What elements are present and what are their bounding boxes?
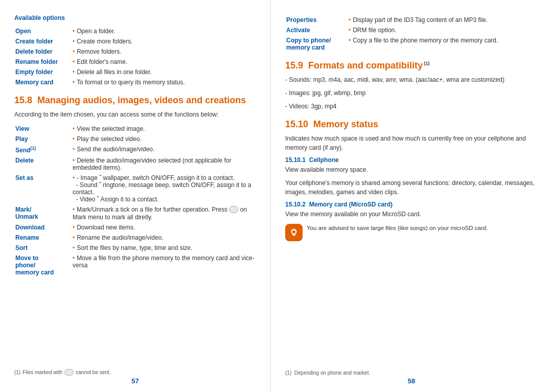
option-label: Copy to phone/memory card [286,36,348,52]
option-desc: •Send the audio/image/video. [73,145,255,155]
chapter-name: Formats and compatibility [308,60,423,71]
sub1-title: Cellphone [309,156,339,164]
table-row: Send(1) •Send the audio/image/video. [15,145,255,155]
table-row: Sort •Sort the files by name, type, time… [15,243,255,252]
option-label: Download [15,223,72,232]
table-row: Delete folder •Remove folders. [15,47,255,56]
footnote-text-after: cannot be sent. [76,370,110,375]
option-label: Move tophone/memory card [15,253,72,277]
sup-1: (1) [30,146,36,151]
table-row: Delete •Delete the audio/image/video sel… [15,156,255,172]
table-row: Create folder •Create more folders. [15,37,255,46]
option-label: Delete [15,156,72,172]
available-options-heading: Available options [14,14,256,21]
option-desc: •Display part of the ID3 Tag content of … [349,15,537,25]
memory-intro: Indicates how much space is used and how… [285,134,538,152]
option-label: Rename [15,233,72,242]
chapter-158-title: 15.8 Managing audios, images, videos and… [14,95,256,106]
table-row: Mark/Unmark •Mark/Unmark a tick on a fil… [15,205,255,222]
right-top-options-table: Properties •Display part of the ID3 Tag … [285,14,538,53]
mark-unmark-icon [229,206,238,213]
option-desc: •Open a folder. [73,27,255,36]
formats-videos: - Videos: 3gp, mp4 [285,102,538,111]
option-desc: •Download new items. [73,223,255,232]
option-desc: •Create more folders. [73,37,255,46]
right-footnote-sup: (1) [285,370,291,376]
option-label: Set as [15,173,72,204]
option-desc: •Play the selected video. [73,134,255,144]
sub2-title: Memory card (MicroSD card) [309,201,393,208]
left-page-number: 57 [131,377,139,385]
option-label: Properties [286,15,348,25]
footnote-text-before: Files marked with [22,370,62,375]
option-label: Open [15,27,72,36]
option-label: Rename folder [15,57,72,66]
option-desc: •Edit folder's name. [73,57,255,66]
table-row: View •View the selected image. [15,124,255,133]
top-options-table: Open •Open a folder. Create folder •Crea… [14,26,256,88]
option-desc: •Rename the audio/image/video. [73,233,255,242]
lightbulb-icon [288,227,300,238]
table-row: Open •Open a folder. [15,27,255,36]
option-label: Sort [15,243,72,252]
option-desc: •View the selected image. [73,124,255,133]
sub1-text1: View available memory space. [285,165,538,174]
chapter-name: Memory status [313,119,378,129]
table-row: Memory card •To format or to query its m… [15,78,255,87]
option-label: Send(1) [15,145,72,155]
page-left: Available options Open •Open a folder. C… [0,0,271,392]
chapter-num: 15.10 [285,119,308,129]
option-desc: •Move a file from the phone memory to th… [73,253,255,277]
option-desc: •Mark/Unmark a tick on a file for furthe… [73,205,255,222]
option-desc: •To format or to query its memory status… [73,78,255,87]
option-label: Delete folder [15,47,72,56]
table-row: Activate •DRM file option. [286,26,537,35]
option-desc: •DRM file option. [349,26,537,35]
option-desc: •Delete the audio/image/video selected (… [73,156,255,172]
footnote-mark-icon [64,369,74,376]
right-footnote: (1) Depending on phone and market. [285,370,538,376]
option-desc: •Remove folders. [73,47,255,56]
table-row: Empty folder •Delete all files in one fo… [15,67,255,77]
formats-sounds: - Sounds: mp3, m4a, aac, midi, wav, amr,… [285,75,538,84]
option-label: Mark/Unmark [15,205,72,222]
sup-1: (1) [423,61,430,66]
right-page-number: 58 [408,377,415,385]
chapter-num: 15.8 [14,95,32,105]
chapter-159-title: 15.9 Formats and compatibility (1) [285,60,538,71]
chapter-name: Managing audios, images, videos and crea… [37,95,246,105]
chapter-158-intro: According to the item chosen, you can ac… [14,110,256,119]
table-row: Play •Play the selected video. [15,134,255,144]
sub2-num: 15.10.2 [285,201,306,208]
table-row: Download •Download new items. [15,223,255,232]
tip-box: You are advised to save large files (lik… [285,224,538,241]
option-desc: •Delete all files in one folder. [73,67,255,77]
sub1-num: 15.10.1 [285,156,306,164]
left-footnote: (1) Files marked with cannot be sent. [14,369,256,376]
option-desc: •Copy a file to the phone memory or the … [349,36,537,52]
right-footnote-text: Depending on phone and market. [294,370,370,376]
option-label: Activate [286,26,348,35]
tip-text: You are advised to save large files (lik… [307,224,488,233]
option-label: Memory card [15,78,72,87]
sub2-text: View the memory available on your MicroS… [285,210,538,219]
option-label: Empty folder [15,67,72,77]
sub-options-table: View •View the selected image. Play •Pla… [14,123,256,278]
page-right: Properties •Display part of the ID3 Tag … [271,0,552,392]
option-desc: •Sort the files by name, type, time and … [73,243,255,252]
sub1-heading: 15.10.1 Cellphone [285,156,538,164]
option-desc: •- Image ˜ wallpaper, switch ON/OFF, ass… [73,173,255,204]
sub2-heading: 15.10.2 Memory card (MicroSD card) [285,201,538,208]
table-row: Rename •Rename the audio/image/video. [15,233,255,242]
table-row: Copy to phone/memory card •Copy a file t… [286,36,537,52]
chapter-num: 15.9 [285,60,303,71]
option-label: View [15,124,72,133]
option-label: Play [15,134,72,144]
option-label: Create folder [15,37,72,46]
table-row: Rename folder •Edit folder's name. [15,57,255,66]
footnote-sup: (1) [14,370,20,375]
formats-images: - Images: jpg, gif, wbmp, bmp [285,88,538,98]
tip-icon [285,224,303,241]
table-row: Set as •- Image ˜ wallpaper, switch ON/O… [15,173,255,204]
sub1-text2: Your cellphone's memory is shared among … [285,178,538,197]
